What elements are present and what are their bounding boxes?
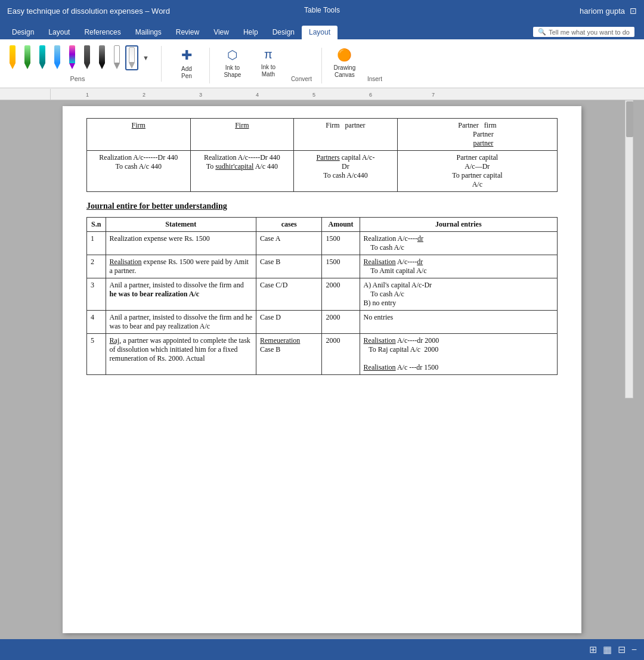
pen-outline[interactable] [110,45,123,70]
ribbon-content: ▼ Pens ✚ AddPen ⬡ Ink toShape π Ink toMa… [0,39,644,88]
view-table-icon[interactable]: ▦ [603,644,612,655]
cell-partners-capital: Partners capital A/c-DrTo cash A/c440 [294,151,398,192]
tab-help[interactable]: Help [236,26,265,39]
tab-references[interactable]: References [77,26,128,39]
search-placeholder: Tell me what you want to do [549,29,630,36]
cell-case-4: Case D [256,311,322,334]
table-tools-label: Table Tools [304,6,340,14]
cell-stmt-3: Anil a partner, insisted to dissolve the… [106,278,256,311]
title-bar: Easy technique of dissolution expenses –… [0,0,644,21]
cell-realization1: Realization A/c------Dr 440To cash A/c 4… [87,151,191,192]
cell-partner-capital: Partner capitalA/c—DrTo partner capitalA… [397,151,557,192]
cell-firm2: Firm [190,119,294,151]
pens-row: ▼ [6,45,149,70]
add-pen-tool[interactable]: ✚ AddPen [174,48,200,80]
window-controls-icon[interactable]: ⊡ [630,6,637,16]
cell-amount-3: 2000 [322,278,360,311]
pen-dropdown-icon[interactable]: ▼ [143,54,149,61]
top-table: Firm Firm Firm partner Partner firmPartn… [86,118,558,192]
ruler-svg: 1 2 3 4 5 6 7 [50,89,569,100]
pen-black1[interactable] [95,45,109,70]
col-amount: Amount [322,218,360,232]
tab-table-design[interactable]: Design [265,26,302,39]
cell-sn-4: 4 [87,311,106,334]
col-cases: cases [256,218,322,232]
scrollbar[interactable] [625,100,633,398]
search-icon: 🔍 [538,28,546,36]
ribbon-divider-2 [209,48,210,83]
drawing-canvas-icon: 🟠 [337,48,352,62]
ink-math-label: Ink toMath [261,64,275,78]
cell-amount-2: 1500 [322,255,360,278]
pen-yellow[interactable] [6,45,19,70]
svg-text:6: 6 [369,92,372,98]
cell-firm1: Firm [87,119,191,151]
cell-case-3: Case C/D [256,278,322,311]
svg-text:7: 7 [432,92,435,98]
convert-label: Convert [291,76,312,82]
zoom-out-icon[interactable]: − [631,644,637,655]
ribbon-tools: ✚ AddPen ⬡ Ink toShape π Ink toMath Conv… [174,44,382,83]
title-bar-left: Easy technique of dissolution expenses –… [7,7,170,16]
cell-sn-1: 1 [87,232,106,255]
view-export-icon[interactable]: ⊟ [618,644,626,655]
document-page: Firm Firm Firm partner Partner firmPartn… [63,106,581,633]
tab-table-layout[interactable]: Layout [302,26,338,39]
ink-to-math-tool[interactable]: π Ink toMath [255,48,281,78]
ink-shape-label: Ink toShape [224,64,241,79]
ink-math-icon: π [264,48,273,61]
ribbon-divider-1 [161,46,162,82]
svg-text:1: 1 [86,92,89,98]
journal-header-row: S.n Statement cases Amount Journal entri… [87,218,558,232]
search-bar[interactable]: 🔍 Tell me what you want to do [533,27,634,37]
pen-multi[interactable] [66,45,79,70]
tab-mailings[interactable]: Mailings [128,26,169,39]
col-sn: S.n [87,218,106,232]
ink-to-shape-tool[interactable]: ⬡ Ink toShape [219,48,246,79]
col-journal: Journal entries [360,218,557,232]
svg-text:3: 3 [199,92,202,98]
journal-table: S.n Statement cases Amount Journal entri… [86,217,558,375]
table-row: 1 Realization expense were Rs. 1500 Case… [87,232,558,255]
cell-journal-4: No entries [360,311,557,334]
tab-design[interactable]: Design [5,26,41,39]
pen-green[interactable] [21,45,34,70]
svg-rect-0 [50,89,569,100]
pen-teal[interactable] [36,45,49,70]
cell-journal-1: Realization A/c----dr To cash A/c [360,232,557,255]
cell-sn-3: 3 [87,278,106,311]
cell-amount-5: 2000 [322,334,360,375]
cell-journal-3: A) Anil's capital A/c-Dr To cash A/c B) … [360,278,557,311]
user-name: hariom gupta [580,7,625,16]
tab-layout-main[interactable]: Layout [41,26,77,39]
title-bar-right: hariom gupta ⊡ [580,6,637,16]
ink-shape-icon: ⬡ [227,48,237,62]
drawing-canvas-tool[interactable]: 🟠 DrawingCanvas [332,48,358,79]
cell-sn-5: 5 [87,334,106,375]
svg-text:4: 4 [256,92,259,98]
tab-review[interactable]: Review [169,26,206,39]
table-row: 5 Raj, a partner was appointed to comple… [87,334,558,375]
cell-stmt-5: Raj, a partner was appointed to complete… [106,334,256,375]
table-row: 3 Anil a partner, insisted to dissolve t… [87,278,558,311]
pen-blue[interactable] [51,45,64,70]
tab-view[interactable]: View [206,26,236,39]
table-row: 4 Anil a partner, insisted to dissolve t… [87,311,558,334]
app-window: Easy technique of dissolution expenses –… [0,0,644,660]
add-pen-icon: ✚ [181,48,192,63]
status-bar: ⊞ ▦ ⊟ − [0,639,644,660]
cell-realization2: Realization A/c-----Dr 440To sudhir'capi… [190,151,294,192]
pen-selected[interactable] [125,45,138,70]
table-row: 2 Realisation expense Rs. 1500 were paid… [87,255,558,278]
svg-text:5: 5 [312,92,315,98]
ribbon-divider-3 [321,48,322,83]
pen-dark1[interactable] [80,45,94,70]
document-area: Firm Firm Firm partner Partner firmPartn… [0,100,644,639]
cell-sn-2: 2 [87,255,106,278]
cell-case-1: Case A [256,232,322,255]
pens-label: Pens [70,75,85,82]
scrollbar-thumb[interactable] [626,101,633,137]
view-grid-icon[interactable]: ⊞ [589,644,597,655]
cell-firm3: Firm partner [294,119,398,151]
svg-text:2: 2 [143,92,145,98]
